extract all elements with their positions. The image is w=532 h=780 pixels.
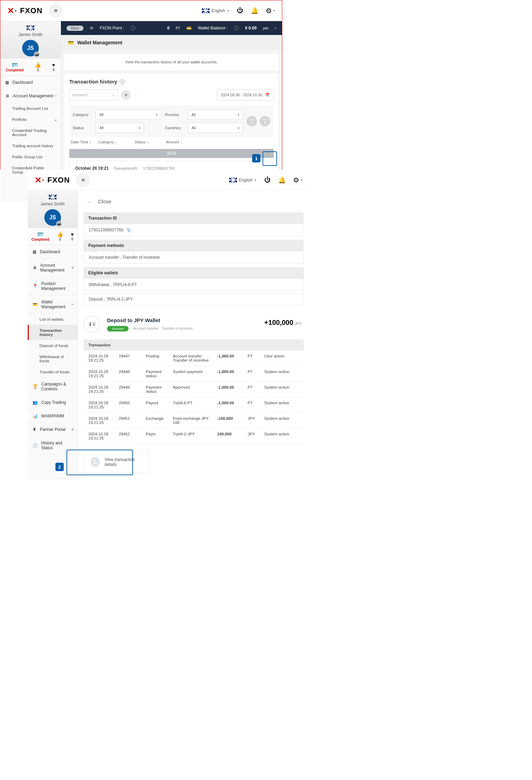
tx-row: 2024.10.28 19:21:2528450Payout7rpli4-6-P… <box>83 397 304 413</box>
flag-uk-icon <box>229 178 237 183</box>
menu-toggle[interactable]: ≡ <box>49 4 63 18</box>
wallet-icon: 💳 <box>186 26 192 30</box>
thumb-icon: 👍 <box>35 62 41 68</box>
user-name: James Smith <box>28 202 78 206</box>
nav-mam[interactable]: 📊MAM/PAMM <box>28 409 78 423</box>
callout-number-1: 1 <box>252 154 260 162</box>
crown-icon: ♔ <box>90 26 94 30</box>
language-selector[interactable]: English ▾ <box>202 8 229 13</box>
chart-icon: 📊 <box>33 414 38 418</box>
menu-toggle[interactable]: ≡ <box>76 173 90 187</box>
nav-dashboard[interactable]: ▦Dashboard <box>28 245 78 259</box>
monitor-icon: 🖥 <box>33 265 37 270</box>
clock-icon: 🕘 <box>33 443 38 448</box>
check-icon: 🪪 <box>6 62 24 68</box>
tx-row: 2024.10.28 19:21:2528447PostingAccount t… <box>83 351 304 366</box>
sort-status[interactable]: Status ↓ <box>135 140 149 144</box>
power-icon[interactable]: ⏻ <box>264 177 271 184</box>
network-icon: ♜ <box>33 427 36 432</box>
status-badge: Success <box>107 326 128 331</box>
avatar[interactable]: JS📷 <box>22 40 39 56</box>
avatar[interactable]: JS📷 <box>44 209 61 226</box>
people-icon: 👥 <box>33 400 38 405</box>
attachment-icon[interactable]: 📎 <box>126 228 131 232</box>
search-input[interactable]: Keyword⌕ <box>69 89 118 100</box>
gear-icon: ⚙ <box>266 7 272 15</box>
callout-1 <box>263 151 277 166</box>
nav-wallet-list[interactable]: List of wallets <box>28 314 78 325</box>
power-icon[interactable]: ⏻ <box>237 7 243 14</box>
nav-trading-list[interactable]: Trading Account List <box>0 103 61 114</box>
settings-menu[interactable]: ⚙▾ <box>266 7 275 15</box>
flag-uk-icon <box>49 195 56 200</box>
nav-account-mgmt[interactable]: 🖥Account Management+ <box>28 259 78 277</box>
nav-dashboard[interactable]: ▦Dashboard <box>0 76 61 89</box>
help-icon[interactable]: ? <box>120 79 125 84</box>
help-icon[interactable]: ? <box>234 26 239 30</box>
bell-icon[interactable]: 🔔 <box>278 177 285 184</box>
grid-icon: ▦ <box>33 249 36 254</box>
tx-row: 2024.10.28 19:21:2528448Payment statusSy… <box>83 366 304 382</box>
heart-icon: ♥ <box>71 231 74 237</box>
callout-2 <box>66 450 133 475</box>
callout-number-2: 2 <box>55 463 64 471</box>
pdf-download[interactable]: PDF⬇ <box>260 116 270 126</box>
tx-row: 2024.10.28 19:21:2528449Payment statusAp… <box>83 382 304 397</box>
filter-button[interactable]: ▼ <box>121 90 131 100</box>
csv-download[interactable]: CSV⬇ <box>247 116 257 126</box>
status-select[interactable]: All▾ <box>96 123 144 133</box>
flag-uk-icon <box>202 8 210 13</box>
wallet-icon: 💳 <box>33 302 38 307</box>
tier-badge: Silver <box>66 26 83 31</box>
nav-portfolio[interactable]: Portfolio+ <box>0 114 61 125</box>
language-selector[interactable]: English ▾ <box>229 178 256 183</box>
nav-create-trading[interactable]: Create/Add Trading Account <box>0 125 61 140</box>
trophy-icon: 🏆 <box>33 384 38 389</box>
deposit-icon: ⬇¥ <box>83 316 100 333</box>
nav-campaigns[interactable]: 🏆Campaigns & Contests <box>28 378 78 396</box>
nav-position[interactable]: 📍Position Management <box>28 277 78 295</box>
wallet-icon: 💳 <box>68 40 74 45</box>
nav-withdraw[interactable]: Withdrawal of funds <box>28 351 78 366</box>
camera-icon[interactable]: 📷 <box>56 221 62 227</box>
chevron-up-icon[interactable]: ⌃ <box>134 93 137 97</box>
close-button[interactable]: ←Close <box>78 190 309 212</box>
nav-tx-history[interactable]: Transaction history <box>28 325 78 340</box>
process-select[interactable]: All▾ <box>188 109 243 120</box>
nav-transfer[interactable]: Transfer of funds <box>28 366 78 378</box>
nav-wallet[interactable]: 💳Wallet Management− <box>28 295 78 314</box>
grid-icon: ▦ <box>5 80 9 85</box>
currency-select[interactable]: All▾ <box>188 123 243 133</box>
help-icon[interactable]: ? <box>131 26 135 30</box>
thumb-icon: 👍 <box>57 231 63 238</box>
logo: ✕·FXON <box>35 175 70 185</box>
chevron-down-icon[interactable]: ▾ <box>275 26 276 30</box>
check-icon: 🪪 <box>32 231 50 238</box>
date-range[interactable]: 2024.09.30 - 2024.10.30📅 <box>217 89 274 100</box>
tx-row: 2024.10.28 19:21:2528451ExchangePoint ex… <box>83 413 304 428</box>
user-name: James Smith <box>0 32 61 37</box>
monitor-icon: 🖥 <box>5 94 9 98</box>
nav-deposit[interactable]: Deposit of funds <box>28 340 78 351</box>
sort-amount[interactable]: Amount ↓ <box>166 140 182 144</box>
pin-icon: 📍 <box>33 284 38 289</box>
nav-account-mgmt[interactable]: 🖥Account Management− <box>0 89 61 103</box>
search-icon: ⌕ <box>112 93 115 97</box>
heart-icon: ♥ <box>52 62 55 68</box>
category-select[interactable]: All▾ <box>96 109 161 120</box>
camera-icon[interactable]: 📷 <box>34 52 39 57</box>
calendar-icon: 📅 <box>265 93 270 97</box>
tx-row: 2024.10.28 19:21:2528452Payin7rpli4-2-JP… <box>83 428 304 444</box>
year-separator: 2024 <box>69 149 274 158</box>
bell-icon[interactable]: 🔔 <box>251 7 258 14</box>
settings-menu[interactable]: ⚙▾ <box>293 176 302 184</box>
sort-category[interactable]: Category ↓ <box>98 140 117 144</box>
nav-public-group[interactable]: Public Group List <box>0 151 61 162</box>
sort-datetime[interactable]: Date-Time ↓ <box>71 140 91 144</box>
nav-trading-history[interactable]: Trading account history <box>0 140 61 151</box>
nav-copy[interactable]: 👥Copy Trading <box>28 396 78 409</box>
logo: ✕·FXON <box>7 6 43 16</box>
nav-partner[interactable]: ♜Partner Portal+ <box>28 423 78 436</box>
flag-uk-icon <box>27 25 34 30</box>
info-banner: View the transaction history of all your… <box>64 54 278 70</box>
